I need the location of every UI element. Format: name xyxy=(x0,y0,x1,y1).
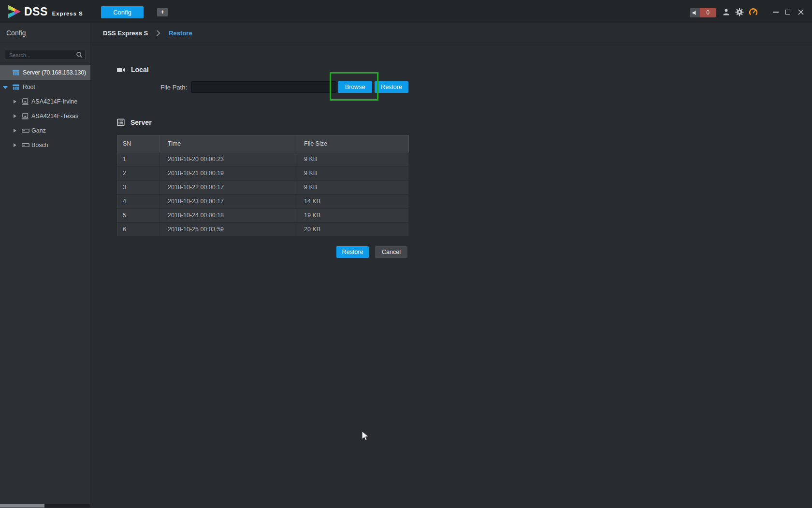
encoder-device-icon xyxy=(22,113,29,120)
cell-sn: 4 xyxy=(117,194,160,209)
local-section-header: Local xyxy=(117,64,149,75)
cell-size: 14 KB xyxy=(296,194,409,209)
local-restore-button[interactable]: Restore xyxy=(375,81,408,93)
close-icon xyxy=(798,9,804,15)
tree-item-label: ASA4214F-Irvine xyxy=(31,98,77,105)
tree-item-device[interactable]: ASA4214F-Texas xyxy=(0,109,90,123)
cell-size: 9 KB xyxy=(296,152,409,166)
breadcrumb-current: Restore xyxy=(169,30,192,37)
cancel-button[interactable]: Cancel xyxy=(375,246,407,258)
add-tab-button[interactable]: + xyxy=(157,8,168,16)
column-header-sn: SN xyxy=(117,135,160,152)
cell-time: 2018-10-22 00:00:17 xyxy=(160,180,296,194)
title-bar: DSS Express S Config + 0 xyxy=(0,0,812,23)
table-header: SN Time File Size xyxy=(117,135,409,152)
brand-text: DSS Express S xyxy=(24,5,83,18)
search-icon[interactable] xyxy=(76,51,83,59)
expand-caret-icon[interactable] xyxy=(14,114,16,118)
cell-sn: 5 xyxy=(117,209,160,223)
tree-item-label: Root xyxy=(23,84,35,90)
table-row[interactable]: 4 2018-10-23 00:00:17 14 KB xyxy=(117,194,409,209)
gauge-icon xyxy=(749,8,758,16)
expand-caret-icon[interactable] xyxy=(14,129,16,133)
tree-item-server[interactable]: Server (70.168.153.130) xyxy=(0,65,90,80)
browse-button[interactable]: Browse xyxy=(338,81,372,93)
collapse-caret-icon[interactable] xyxy=(3,86,8,89)
tree-item-device[interactable]: Bosch xyxy=(0,138,90,152)
file-path-label: File Path: xyxy=(125,84,187,91)
alarm-indicator: 0 xyxy=(690,8,716,17)
gear-icon xyxy=(735,8,744,16)
backup-table: SN Time File Size 1 2018-10-20 00:00:23 … xyxy=(117,135,409,237)
server-org-icon xyxy=(12,69,20,76)
tree-item-device[interactable]: Ganz xyxy=(0,123,90,138)
tree-item-device[interactable]: ASA4214F-Irvine xyxy=(0,94,90,109)
scrollbar-thumb[interactable] xyxy=(0,504,44,508)
search-input[interactable] xyxy=(5,50,86,60)
nvr-device-icon xyxy=(22,127,29,134)
nvr-device-icon xyxy=(22,142,29,149)
cell-size: 9 KB xyxy=(296,166,409,180)
dss-logo-icon xyxy=(8,5,21,18)
camera-icon xyxy=(117,67,125,73)
performance-button[interactable] xyxy=(748,7,758,16)
table-row[interactable]: 5 2018-10-24 00:00:18 19 KB xyxy=(117,209,409,223)
cell-time: 2018-10-24 00:00:18 xyxy=(160,209,296,223)
tree-item-root[interactable]: Root xyxy=(0,80,90,94)
tree-item-label: Ganz xyxy=(31,127,46,134)
app-edition: Express S xyxy=(52,11,83,16)
list-icon xyxy=(117,119,125,126)
tab-config[interactable]: Config xyxy=(101,6,144,18)
cell-size: 19 KB xyxy=(296,209,409,223)
user-icon xyxy=(722,8,730,16)
breadcrumb-chevron-icon xyxy=(156,30,160,36)
cell-time: 2018-10-23 00:00:17 xyxy=(160,194,296,209)
breadcrumb-parent[interactable]: DSS Express S xyxy=(103,30,148,37)
tree-item-label: Server (70.168.153.130) xyxy=(23,69,86,76)
breadcrumb: DSS Express S Restore xyxy=(90,23,812,43)
speaker-icon[interactable] xyxy=(690,8,700,17)
app-name: DSS xyxy=(24,5,48,18)
cell-size: 9 KB xyxy=(296,180,409,194)
cell-sn: 3 xyxy=(117,180,160,194)
cell-time: 2018-10-21 00:00:19 xyxy=(160,166,296,180)
sidebar-horizontal-scrollbar[interactable] xyxy=(0,504,90,508)
minimize-button[interactable] xyxy=(772,8,780,16)
expand-caret-icon[interactable] xyxy=(14,143,16,147)
column-header-time: Time xyxy=(160,135,296,152)
table-row[interactable]: 6 2018-10-25 00:03:59 20 KB xyxy=(117,223,409,237)
section-title: Local xyxy=(131,66,149,74)
cell-size: 20 KB xyxy=(296,223,409,237)
cell-time: 2018-10-20 00:00:23 xyxy=(160,152,296,166)
tree-item-label: Bosch xyxy=(31,142,48,149)
app-brand: DSS Express S xyxy=(8,0,83,23)
server-restore-button[interactable]: Restore xyxy=(336,246,369,258)
server-section-header: Server xyxy=(117,117,152,128)
encoder-device-icon xyxy=(22,98,29,105)
expand-caret-icon[interactable] xyxy=(14,100,16,104)
maximize-icon xyxy=(785,10,790,15)
restore-page: Local File Path: Browse Restore Server S… xyxy=(90,43,812,508)
table-row[interactable]: 2 2018-10-21 00:00:19 9 KB xyxy=(117,166,409,180)
column-header-size: File Size xyxy=(296,135,409,152)
minimize-icon xyxy=(773,12,779,13)
sidebar: Config Server (70.168.153.130) xyxy=(0,23,90,508)
section-title: Server xyxy=(130,119,152,126)
search-box xyxy=(5,50,86,60)
cell-sn: 1 xyxy=(117,152,160,166)
file-path-input[interactable] xyxy=(191,81,336,93)
table-row[interactable]: 3 2018-10-22 00:00:17 9 KB xyxy=(117,180,409,194)
alarm-count-badge[interactable]: 0 xyxy=(700,8,716,17)
cell-sn: 2 xyxy=(117,166,160,180)
cell-sn: 6 xyxy=(117,223,160,237)
close-button[interactable] xyxy=(797,8,805,16)
device-tree: Server (70.168.153.130) Root ASA421 xyxy=(0,65,90,152)
user-button[interactable] xyxy=(721,8,731,16)
cell-time: 2018-10-25 00:03:59 xyxy=(160,223,296,237)
org-icon xyxy=(12,84,20,90)
table-row[interactable]: 1 2018-10-20 00:00:23 9 KB xyxy=(117,152,409,166)
maximize-button[interactable] xyxy=(784,8,792,16)
settings-button[interactable] xyxy=(735,7,744,16)
sidebar-title: Config xyxy=(0,23,90,43)
tree-item-label: ASA4214F-Texas xyxy=(31,113,78,120)
